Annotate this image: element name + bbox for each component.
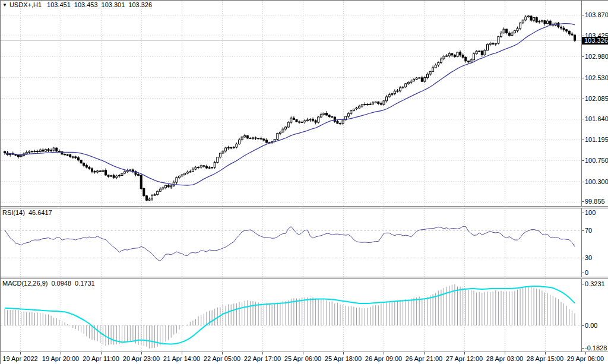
candlestick-series xyxy=(4,15,576,201)
price-tick-label: 102.530 xyxy=(585,74,608,81)
ohlc-open: 103.451 xyxy=(47,1,71,8)
time-tick-mark xyxy=(505,352,505,354)
time-tick-mark xyxy=(343,352,344,354)
price-tick-label: 102.980 xyxy=(585,53,608,60)
axis-tick-mark xyxy=(582,273,584,273)
price-tick-label: 100.750 xyxy=(585,157,608,164)
rsi-axis[interactable]: 10070300 xyxy=(581,208,608,277)
axis-tick-mark xyxy=(582,325,584,326)
price-tick-label: 102.085 xyxy=(585,95,608,102)
price-tick-label: 99.855 xyxy=(585,198,605,205)
time-tick-mark xyxy=(384,352,384,354)
axis-tick-mark xyxy=(582,213,584,213)
rsi-tick-label: 0 xyxy=(585,269,588,276)
rsi-header: RSI(14)46.6417 xyxy=(2,209,56,216)
axis-tick-mark xyxy=(582,201,584,202)
time-tick-mark xyxy=(262,352,263,354)
macd-main-value: 0.0948 xyxy=(51,280,71,287)
rsi-panel[interactable]: RSI(14)46.6417 xyxy=(1,208,581,277)
axis-tick-mark xyxy=(582,182,584,182)
time-axis[interactable]: 19 Apr 202219 Apr 20:0020 Apr 11:0020 Ap… xyxy=(1,352,608,364)
macd-tick-label: -0.1828 xyxy=(585,344,607,352)
axis-tick-mark xyxy=(582,284,584,284)
time-tick-mark xyxy=(424,352,425,354)
time-tick-label: 20 Apr 23:00 xyxy=(123,355,160,362)
time-tick-label: 28 Apr 15:00 xyxy=(527,355,563,362)
time-tick-mark xyxy=(303,352,303,354)
time-tick-label: 25 Apr 18:00 xyxy=(325,355,362,362)
rsi-chart-canvas[interactable] xyxy=(1,208,581,277)
time-tick-label: 27 Apr 12:00 xyxy=(446,355,483,362)
time-tick-label: 21 Apr 14:00 xyxy=(163,355,200,362)
rsi-line xyxy=(5,226,575,261)
time-tick-label: 22 Apr 05:00 xyxy=(204,355,240,362)
symbol-label: USDX+,H1 xyxy=(10,1,42,8)
macd-axis[interactable]: 0.32310.00-0.1828 xyxy=(581,279,608,352)
macd-indicator-label: MACD(12,26,9) xyxy=(2,280,48,287)
time-tick-label: 20 Apr 11:00 xyxy=(83,355,119,362)
price-panel[interactable]: ▼USDX+,H1103.451103.453103.301103.326 xyxy=(1,1,581,206)
time-tick-mark xyxy=(61,352,61,354)
price-chart-canvas[interactable] xyxy=(1,1,581,206)
ohlc-close: 103.326 xyxy=(128,1,152,8)
time-tick-mark xyxy=(222,352,223,354)
macd-signal-line xyxy=(5,286,575,344)
axis-tick-mark xyxy=(582,160,584,161)
price-axis[interactable]: 103.870103.425102.980102.530102.085101.6… xyxy=(581,1,608,206)
time-tick-mark xyxy=(101,352,102,354)
time-tick-label: 28 Apr 03:00 xyxy=(486,355,523,362)
rsi-indicator-value: 46.6417 xyxy=(28,209,52,216)
axis-tick-mark xyxy=(582,230,584,231)
ma-line xyxy=(5,24,575,185)
axis-tick-mark xyxy=(582,78,584,78)
axis-tick-mark xyxy=(582,56,584,57)
time-tick-label: 26 Apr 09:00 xyxy=(365,355,402,362)
rsi-indicator-label: RSI(14) xyxy=(2,209,25,216)
time-tick-label: 25 Apr 06:00 xyxy=(284,355,321,362)
macd-tick-label: 0.00 xyxy=(585,322,597,329)
macd-signal-value: 0.1731 xyxy=(75,280,95,287)
price-tick-label: 101.640 xyxy=(585,115,608,122)
time-tick-label: 26 Apr 21:00 xyxy=(406,355,442,362)
time-tick-mark xyxy=(585,352,586,354)
collapse-arrow-icon[interactable]: ▼ xyxy=(2,2,7,8)
axis-tick-mark xyxy=(582,258,584,258)
ohlc-high: 103.453 xyxy=(74,1,98,8)
macd-histogram xyxy=(5,284,575,349)
time-tick-mark xyxy=(141,352,142,354)
time-tick-mark xyxy=(545,352,546,354)
macd-tick-label: 0.3231 xyxy=(585,280,605,287)
price-tick-label: 100.300 xyxy=(585,178,608,185)
axis-tick-mark xyxy=(582,15,584,15)
time-tick-mark xyxy=(20,352,21,354)
time-tick-label: 22 Apr 17:00 xyxy=(244,355,281,362)
time-tick-label: 19 Apr 20:00 xyxy=(42,355,79,362)
axis-tick-mark xyxy=(582,99,584,99)
macd-panel[interactable]: MACD(12,26,9)0.09480.1731 xyxy=(1,279,581,352)
current-price-tag: 103.326 xyxy=(582,37,608,45)
macd-chart-canvas[interactable] xyxy=(1,279,581,352)
axis-tick-mark xyxy=(582,119,584,119)
rsi-tick-label: 100 xyxy=(585,209,596,216)
rsi-tick-label: 70 xyxy=(585,227,592,234)
ohlc-low: 103.301 xyxy=(102,1,125,8)
price-tick-label: 101.195 xyxy=(585,136,608,143)
axis-tick-mark xyxy=(582,140,584,140)
time-tick-label: 29 Apr 06:00 xyxy=(567,355,604,362)
trading-chart-window: ▼USDX+,H1103.451103.453103.301103.326 10… xyxy=(0,0,608,364)
rsi-tick-label: 30 xyxy=(585,254,592,261)
axis-tick-mark xyxy=(582,348,584,349)
price-tick-label: 103.870 xyxy=(585,11,608,18)
time-tick-mark xyxy=(182,352,182,354)
time-tick-label: 19 Apr 2022 xyxy=(2,355,37,362)
time-tick-mark xyxy=(464,352,465,354)
chart-ohlc-header: ▼USDX+,H1103.451103.453103.301103.326 xyxy=(2,1,156,8)
macd-header: MACD(12,26,9)0.09480.1731 xyxy=(2,280,99,287)
